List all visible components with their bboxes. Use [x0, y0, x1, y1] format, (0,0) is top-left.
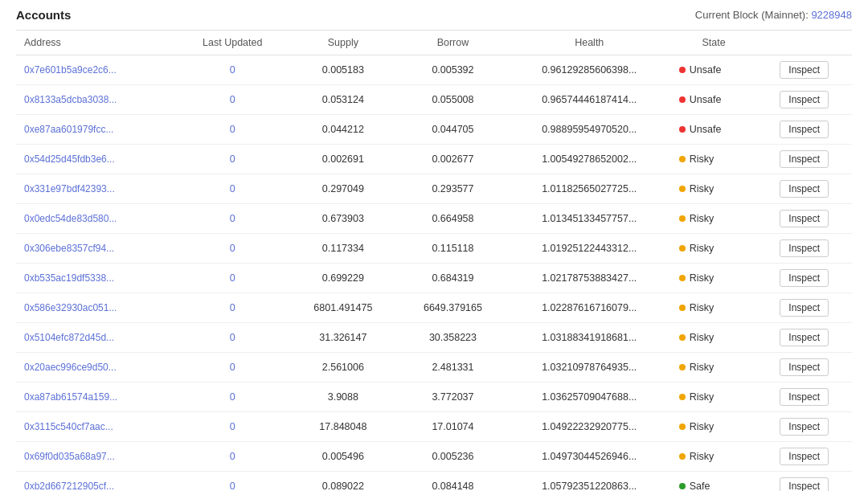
cell-state: Safe: [671, 472, 757, 492]
state-dot-icon: [679, 215, 686, 222]
cell-borrow: 6649.379165: [398, 293, 508, 323]
last-updated-link[interactable]: 0: [230, 451, 235, 462]
last-updated-link[interactable]: 0: [230, 391, 235, 403]
inspect-button[interactable]: Inspect: [780, 61, 829, 79]
cell-supply: 0.297049: [289, 174, 399, 204]
cell-supply: 0.117334: [289, 234, 399, 264]
state-label: Unsafe: [690, 94, 722, 105]
cell-address: 0xb535ac19df5338...: [16, 264, 177, 293]
address-link[interactable]: 0x20aec996ce9d50...: [24, 362, 117, 373]
address-link[interactable]: 0xe87aa601979fcc...: [24, 124, 113, 135]
table-row: 0x306ebe8357cf94...00.1173340.1151181.01…: [16, 234, 852, 264]
last-updated-link[interactable]: 0: [230, 153, 235, 165]
cell-last-updated: 0: [177, 412, 289, 442]
address-link[interactable]: 0x0edc54de83d580...: [24, 213, 117, 224]
cell-last-updated: 0: [177, 442, 289, 472]
address-link[interactable]: 0x69f0d035a68a97...: [24, 451, 115, 462]
cell-health: 1.01345133457757...: [508, 204, 671, 234]
last-updated-link[interactable]: 0: [230, 362, 235, 373]
cell-supply: 17.848048: [289, 412, 399, 442]
address-link[interactable]: 0x8133a5dcba3038...: [24, 94, 117, 105]
inspect-button[interactable]: Inspect: [780, 150, 829, 168]
address-link[interactable]: 0xa87ab61574a159...: [24, 391, 117, 403]
inspect-button[interactable]: Inspect: [780, 91, 829, 108]
last-updated-link[interactable]: 0: [230, 94, 235, 105]
cell-health: 1.00549278652002...: [508, 145, 671, 174]
cell-supply: 0.005183: [289, 55, 399, 85]
state-label: Risky: [690, 451, 714, 462]
inspect-button[interactable]: Inspect: [780, 210, 829, 227]
table-row: 0x69f0d035a68a97...00.0054960.0052361.04…: [16, 442, 852, 472]
cell-state: Risky: [671, 323, 757, 353]
state-label: Risky: [690, 362, 714, 373]
inspect-button[interactable]: Inspect: [780, 418, 829, 436]
inspect-button[interactable]: Inspect: [780, 180, 829, 198]
cell-supply: 31.326147: [289, 323, 399, 353]
cell-borrow: 0.044705: [398, 115, 508, 145]
table-row: 0x3115c540cf7aac...017.84804817.010741.0…: [16, 412, 852, 442]
address-link[interactable]: 0x3115c540cf7aac...: [24, 421, 113, 432]
inspect-button[interactable]: Inspect: [780, 299, 829, 317]
cell-last-updated: 0: [177, 145, 289, 174]
inspect-button[interactable]: Inspect: [780, 448, 829, 465]
cell-last-updated: 0: [177, 323, 289, 353]
state-dot-icon: [679, 126, 686, 133]
state-dot-icon: [679, 394, 686, 400]
cell-state: Risky: [671, 145, 757, 174]
cell-health: 1.03625709047688...: [508, 383, 671, 412]
inspect-button[interactable]: Inspect: [780, 121, 829, 138]
inspect-button[interactable]: Inspect: [780, 269, 829, 287]
inspect-button[interactable]: Inspect: [780, 477, 829, 491]
cell-inspect: Inspect: [756, 353, 852, 383]
address-link[interactable]: 0x586e32930ac051...: [24, 302, 117, 313]
last-updated-link[interactable]: 0: [230, 213, 235, 224]
state-dot-icon: [679, 364, 686, 370]
last-updated-link[interactable]: 0: [230, 124, 235, 135]
address-link[interactable]: 0xb2d667212905cf...: [24, 481, 114, 491]
address-link[interactable]: 0xb535ac19df5338...: [24, 272, 114, 284]
cell-address: 0x0edc54de83d580...: [16, 204, 177, 234]
last-updated-link[interactable]: 0: [230, 421, 235, 432]
inspect-button[interactable]: Inspect: [780, 358, 829, 376]
address-link[interactable]: 0x331e97bdf42393...: [24, 183, 115, 194]
address-link[interactable]: 0x5104efc872d45d...: [24, 332, 114, 343]
cell-health: 0.96129285606398...: [508, 55, 671, 85]
cell-inspect: Inspect: [756, 293, 852, 323]
table-row: 0x54d25d45fdb3e6...00.0026910.0026771.00…: [16, 145, 852, 174]
last-updated-link[interactable]: 0: [230, 272, 235, 284]
cell-address: 0x54d25d45fdb3e6...: [16, 145, 177, 174]
inspect-button[interactable]: Inspect: [780, 329, 829, 346]
cell-health: 1.02287616716079...: [508, 293, 671, 323]
cell-last-updated: 0: [177, 85, 289, 115]
cell-inspect: Inspect: [756, 323, 852, 353]
last-updated-link[interactable]: 0: [230, 183, 235, 194]
state-label: Risky: [690, 183, 714, 194]
state-label: Unsafe: [690, 64, 722, 76]
cell-address: 0xb2d667212905cf...: [16, 472, 177, 492]
state-label: Risky: [690, 421, 714, 432]
table-row: 0x8133a5dcba3038...00.0531240.0550080.96…: [16, 85, 852, 115]
last-updated-link[interactable]: 0: [230, 243, 235, 254]
last-updated-link[interactable]: 0: [230, 481, 235, 491]
cell-borrow: 0.664958: [398, 204, 508, 234]
last-updated-link[interactable]: 0: [230, 64, 235, 76]
cell-borrow: 0.293577: [398, 174, 508, 204]
inspect-button[interactable]: Inspect: [780, 388, 829, 406]
block-number-link[interactable]: 9228948: [811, 9, 852, 21]
last-updated-link[interactable]: 0: [230, 302, 235, 313]
cell-inspect: Inspect: [756, 145, 852, 174]
cell-inspect: Inspect: [756, 204, 852, 234]
address-link[interactable]: 0x306ebe8357cf94...: [24, 243, 114, 254]
inspect-button[interactable]: Inspect: [780, 239, 829, 257]
last-updated-link[interactable]: 0: [230, 332, 235, 343]
cell-address: 0x586e32930ac051...: [16, 293, 177, 323]
cell-health: 1.01925122443312...: [508, 234, 671, 264]
cell-state: Risky: [671, 234, 757, 264]
cell-supply: 0.089022: [289, 472, 399, 492]
cell-last-updated: 0: [177, 55, 289, 85]
cell-inspect: Inspect: [756, 85, 852, 115]
cell-inspect: Inspect: [756, 442, 852, 472]
address-link[interactable]: 0x7e601b5a9ce2c6...: [24, 64, 117, 76]
address-link[interactable]: 0x54d25d45fdb3e6...: [24, 153, 115, 165]
cell-supply: 0.699229: [289, 264, 399, 293]
